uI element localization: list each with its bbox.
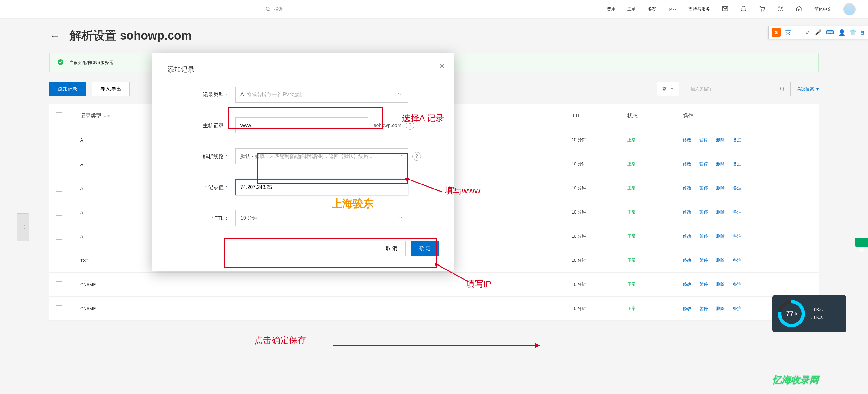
op-note[interactable]: 备注 (733, 186, 741, 190)
op-modify[interactable]: 修改 (683, 186, 691, 190)
row-checkbox[interactable] (56, 257, 62, 264)
mic-icon[interactable]: 🎤 (815, 29, 822, 36)
keyboard-icon[interactable]: ⌨ (826, 29, 834, 36)
row-checkbox[interactable] (56, 161, 62, 168)
back-arrow-icon[interactable]: ← (50, 29, 61, 43)
cell-status: 正常 (627, 137, 683, 143)
cell-status: 正常 (627, 258, 683, 263)
host-input[interactable] (235, 117, 368, 134)
help-icon[interactable]: ? (406, 121, 414, 130)
nav-item-beian[interactable]: 备案 (648, 6, 656, 12)
arrow-down-icon: ↓ (811, 315, 813, 320)
row-checkbox[interactable] (56, 305, 62, 312)
select-all-checkbox[interactable] (56, 112, 62, 119)
cell-type: A (80, 186, 160, 191)
op-modify[interactable]: 修改 (683, 234, 691, 238)
col-type[interactable]: 记录类型 (80, 113, 101, 119)
performance-widget[interactable]: 77% ↑ 0K/s ↓ 0K/s (772, 295, 846, 332)
cell-status: 正常 (627, 209, 683, 215)
lang-selector[interactable]: 简体中文 (814, 6, 832, 12)
ttl-select[interactable]: 10 分钟 ﹀ (235, 210, 408, 226)
side-collapse-tab[interactable]: 〈 (17, 213, 29, 241)
op-pause[interactable]: 暂停 (700, 186, 708, 190)
cell-status: 正常 (627, 186, 683, 191)
keyword-input[interactable]: 输入关键字 (686, 82, 790, 96)
close-icon[interactable]: ✕ (439, 62, 445, 71)
field-line: 解析线路： 默认 - 必填！未匹配到智能解析线路时，返回【默认】线路... ﹀ … (167, 148, 439, 164)
record-type-select[interactable]: A- 将域名指向一个IPV4地址 ﹀ (235, 87, 408, 103)
avatar[interactable] (843, 3, 856, 16)
op-note[interactable]: 备注 (733, 209, 741, 215)
op-delete[interactable]: 删除 (716, 209, 725, 215)
op-pause[interactable]: 暂停 (700, 306, 708, 311)
op-modify[interactable]: 修改 (683, 282, 691, 287)
op-modify[interactable]: 修改 (683, 161, 691, 166)
nav-item-ticket[interactable]: 工单 (627, 6, 636, 12)
op-note[interactable]: 备注 (733, 137, 741, 142)
row-checkbox[interactable] (56, 281, 62, 288)
sort-icon[interactable]: ▲▼ (103, 114, 111, 118)
advanced-search-text: 高级搜索 (797, 86, 814, 92)
op-delete[interactable]: 删除 (716, 137, 725, 142)
op-pause[interactable]: 暂停 (700, 137, 708, 142)
op-note[interactable]: 备注 (733, 234, 741, 238)
import-export-button[interactable]: 导入/导出 (92, 82, 130, 96)
op-delete[interactable]: 删除 (716, 258, 725, 263)
ime-toolbar[interactable]: S 英 ， ☺ 🎤 ⌨ 👤 👕 ▦ (768, 26, 868, 39)
op-note[interactable]: 备注 (733, 258, 741, 263)
smiley-icon[interactable]: ☺ (805, 29, 811, 36)
bell-icon[interactable] (740, 5, 747, 13)
op-modify[interactable]: 修改 (683, 306, 691, 311)
help-icon[interactable] (777, 5, 784, 13)
op-note[interactable]: 备注 (733, 161, 741, 166)
nav-item-enterprise[interactable]: 企业 (668, 6, 677, 12)
help-icon[interactable]: ? (412, 152, 421, 161)
op-modify[interactable]: 修改 (683, 209, 691, 215)
op-delete[interactable]: 删除 (716, 234, 725, 238)
page-title: 解析设置 sohowp.com (70, 28, 192, 44)
contact-us-tab[interactable]: 联系我们 (855, 238, 868, 247)
op-pause[interactable]: 暂停 (700, 209, 708, 215)
scope-select[interactable]: 索 ﹀ (657, 82, 679, 96)
nav-item-fee[interactable]: 费用 (607, 6, 616, 12)
cell-ttl: 10 分钟 (572, 209, 627, 215)
cart-icon[interactable] (759, 5, 766, 13)
shirt-icon[interactable]: 👕 (849, 29, 856, 36)
op-note[interactable]: 备注 (733, 282, 741, 287)
op-pause[interactable]: 暂停 (700, 234, 708, 238)
op-delete[interactable]: 删除 (716, 306, 725, 311)
op-modify[interactable]: 修改 (683, 137, 691, 142)
op-delete[interactable]: 删除 (716, 161, 725, 166)
op-pause[interactable]: 暂停 (700, 258, 708, 263)
inbox-icon[interactable] (722, 5, 728, 13)
op-delete[interactable]: 删除 (716, 186, 725, 190)
value-input-field[interactable] (241, 185, 403, 190)
row-checkbox[interactable] (56, 209, 62, 216)
host-input-field[interactable] (241, 123, 363, 128)
person-icon[interactable]: 👤 (838, 29, 845, 36)
op-pause[interactable]: 暂停 (700, 161, 708, 166)
value-input[interactable] (235, 179, 408, 195)
field-record-type: 记录类型： A- 将域名指向一个IPV4地址 ﹀ (167, 87, 439, 103)
op-modify[interactable]: 修改 (683, 258, 691, 263)
scope-select-text: 索 (662, 86, 667, 92)
nav-item-support[interactable]: 支持与服务 (688, 6, 710, 12)
home-icon[interactable] (796, 5, 803, 13)
ime-punct[interactable]: ， (795, 29, 801, 36)
ime-lang[interactable]: 英 (785, 29, 791, 36)
op-pause[interactable]: 暂停 (700, 282, 708, 287)
ok-button[interactable]: 确 定 (411, 241, 439, 256)
op-delete[interactable]: 删除 (716, 282, 725, 287)
sogou-logo-icon[interactable]: S (772, 28, 781, 37)
line-select[interactable]: 默认 - 必填！未匹配到智能解析线路时，返回【默认】线路... ﹀ (235, 148, 408, 164)
grid-icon[interactable]: ▦ (861, 30, 865, 35)
cancel-button[interactable]: 取 消 (377, 241, 405, 256)
op-note[interactable]: 备注 (733, 306, 741, 311)
row-checkbox[interactable] (56, 233, 62, 240)
row-checkbox[interactable] (56, 185, 62, 192)
row-checkbox[interactable] (56, 137, 62, 143)
add-record-button[interactable]: 添加记录 (50, 82, 86, 96)
global-search[interactable]: 搜索 (266, 6, 283, 12)
arrow-up-icon: ↑ (811, 307, 813, 312)
advanced-search-link[interactable]: 高级搜索 ▾ (797, 86, 818, 92)
